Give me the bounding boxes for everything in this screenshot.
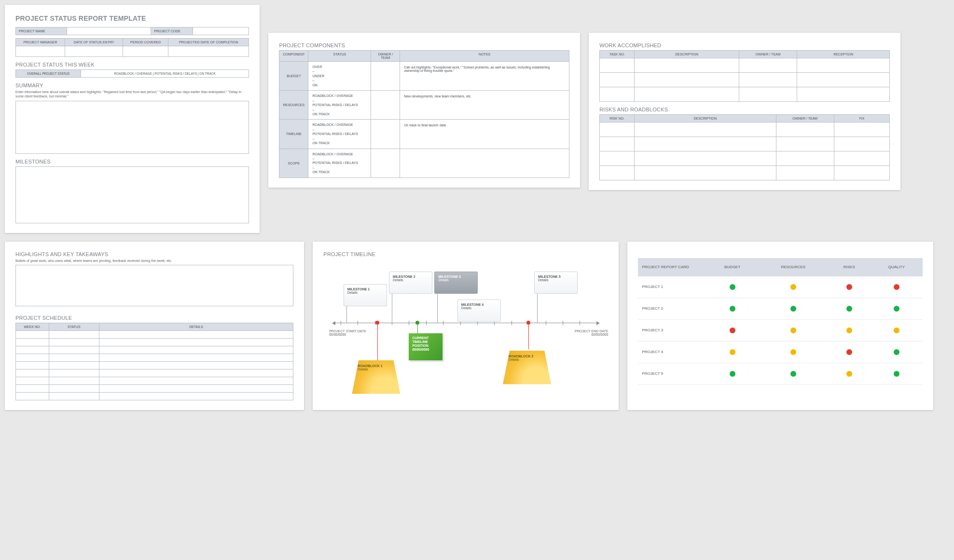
status-yellow-icon [894,328,899,333]
input-project-manager[interactable] [16,46,65,57]
page-project-components: PROJECT COMPONENTS COMPONENT STATUS OWNE… [268,33,580,188]
row-owner[interactable] [371,149,400,178]
table-row: SCOPE ROADBLOCK / OVERAGE – POTENTIAL RI… [279,149,569,178]
risks-table: RISK NO. DESCRIPTION OWNER / TEAM FIX [599,114,890,180]
status-green-icon [894,349,899,355]
th-resources: RESOURCES [758,258,828,276]
label-project-name: PROJECT NAME [16,27,67,35]
milestone-title: MILESTONE 3 [438,275,461,278]
current-position-note: CURRENT TIMELINE POSITION 00/00/0000 [409,333,442,360]
project-name: PROJECT 4 [638,341,706,363]
page-work-risks: WORK ACCOMPLISHED TASK NO. DESCRIPTION O… [589,33,900,190]
leader-icon [528,323,529,349]
components-table: COMPONENT STATUS OWNER / TEAM NOTES BUDG… [279,50,569,178]
page-report-card: PROJECT REPORT CARD BUDGET RESOURCES RIS… [627,242,933,410]
start-label: PROJECT START DATE [329,329,366,333]
leader-icon [377,323,378,361]
tick-icon [409,321,409,325]
table-row [600,123,890,137]
th-details: DETAILS [99,323,293,331]
status-green-icon [730,371,735,377]
tick-icon [341,321,341,325]
milestone-sub: Details [393,278,403,282]
status-red-icon [730,328,735,333]
row-owner[interactable] [371,120,400,149]
status-green-icon [790,306,796,312]
current-label: CURRENT TIMELINE POSITION [412,336,429,347]
status-cell [706,319,758,341]
row-status: ROADBLOCK / OVERAGE – POTENTIAL RISKS / … [308,91,371,120]
status-cell [828,298,870,319]
status-green-icon [894,306,899,312]
row-owner[interactable] [371,62,400,91]
tick-icon [563,321,563,325]
work-table: TASK NO. DESCRIPTION OWNER / TEAM RECEPT… [599,50,890,102]
milestones-box[interactable] [15,166,249,223]
current-date: 00/00/0000 [412,348,429,351]
status-green-icon [846,306,852,312]
row-owner[interactable] [371,91,400,120]
table-row: RESOURCES ROADBLOCK / OVERAGE – POTENTIA… [279,91,569,120]
roadblock-title: ROADBLOCK 1 [358,364,382,368]
milestone-box: MILESTONE 1 Details [344,284,387,306]
th-desc: DESCRIPTION [635,51,739,58]
th-risks: RISKS [828,258,870,276]
th-weekno: WEEK NO. [16,323,49,331]
start-date: 00/00/0000 [329,333,346,336]
status-red-icon [846,349,852,355]
leader-icon [537,294,538,323]
th-fix: FIX [834,115,889,123]
table-row [16,331,293,339]
table-row: PROJECT 2 [638,298,923,319]
th-riskno: RISK NO. [600,115,635,123]
th-budget: BUDGET [706,258,758,276]
status-cell [758,298,828,319]
leader-icon [437,294,438,323]
row-status: ROADBLOCK / OVERAGE – POTENTIAL RISKS / … [308,149,371,178]
status-cell [706,363,758,384]
timeline: MILESTONE 1 Details MILESTONE 2 Details … [323,260,608,400]
table-row [16,362,293,369]
status-cell [870,319,923,341]
milestone-sub: Details [347,291,358,294]
table-row [600,73,890,87]
milestone-title: MILESTONE 4 [461,303,484,306]
table-row [600,166,890,180]
row-status: OVER – UNDER – ON [308,62,371,91]
project-name: PROJECT 5 [638,363,706,384]
project-name: PROJECT 3 [638,319,706,341]
th-owner: OWNER / TEAM [776,115,834,123]
summary-box[interactable] [15,101,249,154]
status-yellow-icon [790,284,796,290]
input-date-status-entry[interactable] [65,46,123,57]
th-status: STATUS [49,323,99,331]
input-project-code[interactable] [193,27,249,35]
table-row: BUDGET OVER – UNDER – ON Call out highli… [279,62,569,91]
project-name: PROJECT 1 [638,276,706,298]
table-row [600,58,890,73]
row-notes: New developments, new team members, etc. [400,91,569,120]
highlights-box[interactable] [15,265,293,306]
input-projected-completion[interactable] [168,46,249,57]
roadblock-note: ROADBLOCK 2 Details [503,351,551,384]
heading-schedule: PROJECT SCHEDULE [15,315,293,321]
table-row [16,377,293,385]
roadblock-sub: Details [358,368,368,371]
th-report-card: PROJECT REPORT CARD [638,258,706,276]
status-cell [828,276,870,298]
input-project-name[interactable] [67,27,151,35]
status-cell [870,298,923,319]
milestone-sub: Details [461,306,471,310]
input-period-covered[interactable] [123,46,168,57]
status-yellow-icon [790,328,796,333]
table-row [16,346,293,354]
heading-milestones: MILESTONES [15,159,249,164]
row-label: RESOURCES [279,91,308,120]
table-row: PROJECT 1 [638,276,923,298]
heading-components: PROJECT COMPONENTS [279,42,569,48]
status-cell [758,363,828,384]
heading-timeline: PROJECT TIMELINE [323,251,608,257]
status-cell [870,341,923,363]
status-cell [706,298,758,319]
table-row: PROJECT 5 [638,363,923,384]
